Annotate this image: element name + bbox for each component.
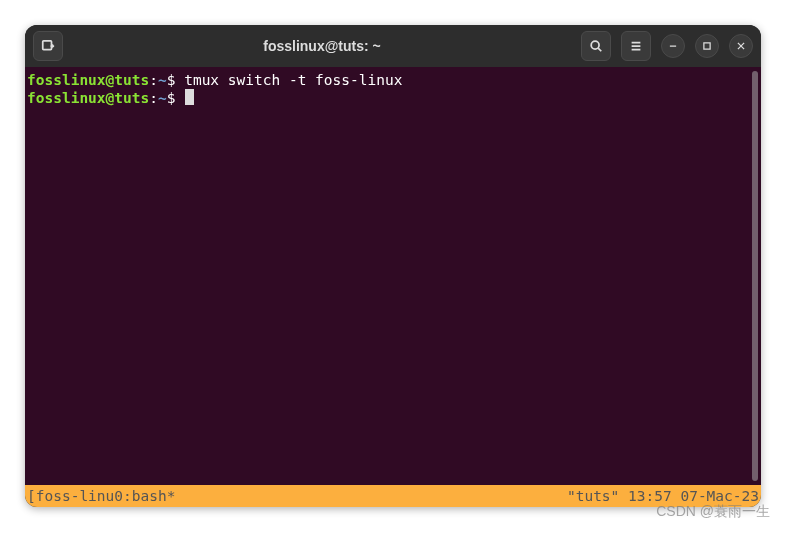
new-tab-button[interactable] <box>33 31 63 61</box>
prompt-path: ~ <box>158 90 167 106</box>
titlebar: fosslinux@tuts: ~ <box>25 25 761 67</box>
command-1: tmux switch -t foss-linux <box>184 72 402 88</box>
svg-rect-9 <box>704 43 710 49</box>
svg-point-3 <box>591 41 599 49</box>
search-icon <box>589 39 603 53</box>
tmux-statusbar: [foss-linu0:bash* "tuts" 13:57 07-Mac-23 <box>25 485 761 507</box>
terminal-window: fosslinux@tuts: ~ <box>25 25 761 507</box>
scrollbar[interactable] <box>752 71 758 481</box>
prompt-host: tuts <box>114 90 149 106</box>
hamburger-icon <box>629 39 643 53</box>
close-button[interactable] <box>729 34 753 58</box>
search-button[interactable] <box>581 31 611 61</box>
prompt-colon: : <box>149 72 158 88</box>
prompt-path: ~ <box>158 72 167 88</box>
prompt-colon: : <box>149 90 158 106</box>
maximize-button[interactable] <box>695 34 719 58</box>
prompt-host: tuts <box>114 72 149 88</box>
menu-button[interactable] <box>621 31 651 61</box>
prompt-user: fosslinux <box>27 90 106 106</box>
command-text: tmux switch -t foss-linux <box>175 72 402 88</box>
window-title: fosslinux@tuts: ~ <box>69 38 575 54</box>
titlebar-left <box>33 31 63 61</box>
minimize-icon <box>668 41 678 51</box>
minimize-button[interactable] <box>661 34 685 58</box>
prompt-at: @ <box>106 90 115 106</box>
svg-line-4 <box>598 48 601 51</box>
prompt-user: fosslinux <box>27 72 106 88</box>
command-text <box>175 90 184 106</box>
prompt-at: @ <box>106 72 115 88</box>
maximize-icon <box>702 41 712 51</box>
close-icon <box>736 41 746 51</box>
status-left: [foss-linu0:bash* <box>27 485 175 507</box>
terminal-line: fosslinux@tuts:~$ <box>27 89 759 107</box>
watermark: CSDN @蓑雨一生 <box>656 503 770 521</box>
terminal-body[interactable]: fosslinux@tuts:~$ tmux switch -t foss-li… <box>25 67 761 485</box>
terminal-line: fosslinux@tuts:~$ tmux switch -t foss-li… <box>27 71 759 89</box>
titlebar-right <box>581 31 753 61</box>
svg-rect-0 <box>43 41 52 50</box>
cursor <box>185 89 194 105</box>
new-tab-icon <box>41 39 55 53</box>
